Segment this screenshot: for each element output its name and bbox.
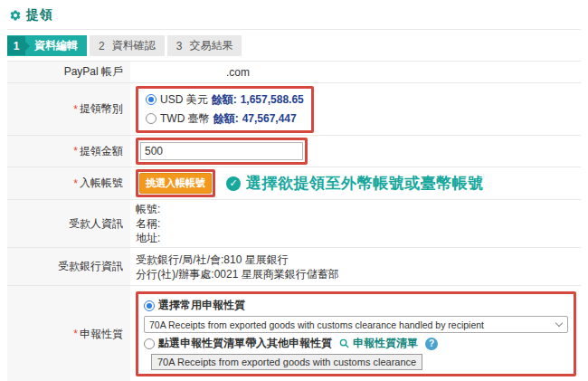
deposit-account-label: * 入帳帳號 (7, 167, 130, 199)
bank-code-line: 受款銀行/局/社/會:810 星展銀行 (136, 252, 289, 267)
step-tabs: 1 資料編輯 2 資料確認 3 交易結果 (7, 35, 581, 56)
row-declaration-nature: * 申報性質 選擇常用申報性質 70A Receipts from export… (7, 286, 581, 381)
chevron-down-icon (555, 319, 563, 327)
declaration-label: * 申報性質 (7, 286, 130, 381)
tab-step-1-data-edit[interactable]: 1 資料編輯 (7, 35, 87, 56)
row-paypal-account: PayPal 帳戶 .com (7, 62, 581, 83)
required-asterisk: * (73, 177, 78, 190)
pick-account-highlight: 挑選入帳帳號 (136, 169, 215, 197)
twd-option-name: TWD 臺幣 (160, 111, 210, 127)
declaration-list-link[interactable]: 申報性質清單 (353, 336, 418, 351)
magnifier-icon (339, 338, 349, 348)
check-circle-icon (226, 176, 241, 191)
usd-balance-label: 餘額: (212, 92, 237, 108)
account-hint-text: 選擇欲提領至外幣帳號或臺幣帳號 (246, 173, 484, 194)
withdrawal-page: 提領 1 資料編輯 2 資料確認 3 交易結果 PayPal 帳戶 .com *… (0, 0, 588, 381)
tab-step-2-data-confirm[interactable]: 2 資料確認 (90, 35, 165, 56)
branch-code-line: 分行(社)/辦事處:0021 星展商業銀行儲蓄部 (136, 267, 339, 281)
usd-radio[interactable] (146, 94, 156, 105)
currency-option-twd[interactable]: TWD 臺幣 餘額: 47,567,447 (146, 111, 304, 127)
tab-step-3-result[interactable]: 3 交易結果 (167, 35, 242, 56)
twd-balance-label: 餘額: (213, 111, 239, 127)
row-payee-bank-info: 受款銀行資訊 受款銀行/局/社/會:810 星展銀行 分行(社)/辦事處:002… (7, 248, 581, 286)
page-title: 提領 (26, 7, 53, 24)
list-declaration-option[interactable]: 點選申報性質清單帶入其他申報性質 申報性質清單 (144, 336, 568, 351)
pick-account-button[interactable]: 挑選入帳帳號 (139, 173, 212, 194)
twd-balance-value: 47,567,447 (242, 112, 297, 125)
step-1-number: 1 (7, 36, 25, 55)
question-circle-icon[interactable] (425, 338, 438, 350)
amount-input-highlight (136, 138, 308, 165)
currency-label: * 提領幣別 (7, 83, 130, 135)
declaration-highlight: 選擇常用申報性質 70A Receipts from exported good… (136, 291, 576, 376)
paypal-account-label: PayPal 帳戶 (7, 62, 130, 82)
common-declaration-radio[interactable] (144, 300, 155, 311)
declaration-label-text: 申報性質 (80, 327, 123, 342)
twd-radio[interactable] (146, 113, 156, 124)
account-hint: 選擇欲提領至外幣帳號或臺幣帳號 (226, 173, 484, 194)
payee-name-line: 名稱: (136, 216, 160, 231)
required-asterisk: * (73, 145, 78, 157)
amount-label-text: 提領金額 (80, 144, 123, 159)
gear-icon (9, 9, 22, 22)
currency-label-text: 提領幣別 (80, 101, 123, 117)
deposit-account-label-text: 入帳帳號 (80, 176, 123, 191)
row-deposit-account: * 入帳帳號 挑選入帳帳號 選擇欲提領至外幣帳號或臺幣帳號 (7, 167, 581, 200)
declaration-select-value: 70A Receipts from exported goods with cu… (149, 319, 484, 330)
amount-input[interactable] (140, 142, 303, 160)
list-declaration-radio[interactable] (144, 338, 155, 349)
row-payee-info: 受款人資訊 帳號: 名稱: 地址: (7, 200, 581, 248)
common-declaration-option[interactable]: 選擇常用申報性質 (144, 298, 568, 313)
usd-balance-value: 1,657,588.65 (241, 93, 304, 106)
currency-options-highlight: USD 美元 餘額: 1,657,588.65 TWD 臺幣 餘額: 47,56… (136, 86, 314, 133)
payee-address-line: 地址: (136, 231, 160, 245)
usd-option-name: USD 美元 (160, 92, 208, 108)
step-1-label: 資料編輯 (25, 35, 87, 56)
payee-bank-label: 受款銀行資訊 (7, 248, 130, 285)
declaration-tooltip: 70A Receipts from exported goods with cu… (151, 354, 422, 370)
row-withdraw-currency: * 提領幣別 USD 美元 餘額: 1,657,588.65 TWD 臺幣 餘額… (7, 83, 581, 136)
required-asterisk: * (73, 103, 78, 116)
payee-account-line: 帳號: (136, 202, 160, 216)
required-asterisk: * (73, 328, 78, 340)
withdrawal-form: PayPal 帳戶 .com * 提領幣別 USD 美元 餘額: 1,657,5… (7, 61, 581, 381)
paypal-account-value: .com (136, 66, 250, 79)
step-3-label: 交易結果 (189, 38, 232, 53)
amount-label: * 提領金額 (7, 136, 130, 167)
row-withdraw-amount: * 提領金額 (7, 136, 581, 167)
list-declaration-text: 點選申報性質清單帶入其他申報性質 (158, 336, 332, 351)
step-3-number: 3 (176, 40, 183, 52)
payee-info-label: 受款人資訊 (7, 200, 130, 247)
declaration-select[interactable]: 70A Receipts from exported goods with cu… (144, 316, 568, 333)
step-2-label: 資料確認 (112, 38, 156, 53)
currency-option-usd[interactable]: USD 美元 餘額: 1,657,588.65 (146, 92, 304, 108)
common-declaration-text: 選擇常用申報性質 (158, 298, 245, 313)
step-2-number: 2 (99, 40, 105, 52)
page-header: 提領 (7, 5, 581, 30)
